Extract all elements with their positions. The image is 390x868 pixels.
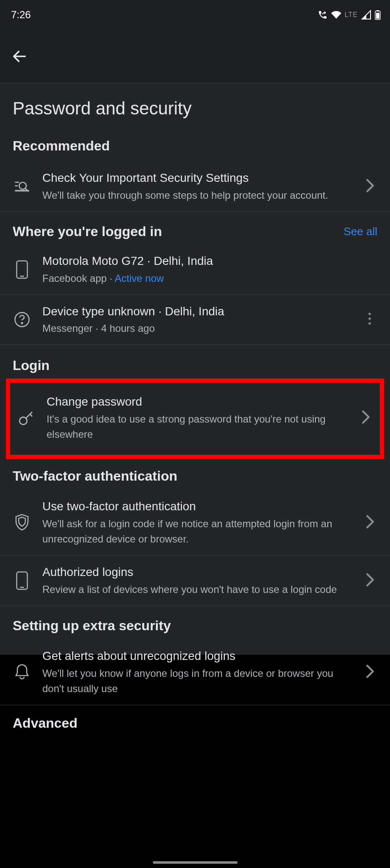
get-alerts-item[interactable]: Get alerts about unrecognized logins We'…: [0, 640, 390, 705]
chevron-right-icon: [361, 410, 371, 424]
highlight-annotation: Change password It's a good idea to use …: [6, 378, 384, 459]
chevron-right-icon: [365, 664, 375, 679]
device-title: Motorola Moto G72 · Delhi, India: [42, 253, 377, 269]
wifi-icon: [331, 10, 341, 20]
svg-rect-19: [17, 572, 27, 589]
back-button[interactable]: [9, 46, 30, 67]
checklist-search-icon: [14, 178, 30, 195]
section-logged-in-header: Where you're logged in: [13, 224, 162, 239]
lte-label: LTE: [345, 11, 358, 19]
item-subtitle: Review a list of devices where you won't…: [42, 582, 354, 597]
phone-icon: [15, 260, 29, 279]
more-vertical-icon: [368, 312, 371, 325]
question-circle-icon: [14, 311, 30, 328]
item-title: Change password: [47, 394, 350, 410]
see-all-link[interactable]: See all: [344, 225, 378, 238]
svg-point-15: [368, 323, 371, 325]
device-motorola-item[interactable]: Motorola Moto G72 · Delhi, India Faceboo…: [0, 245, 390, 295]
device-subtitle: Facebook app · Active now: [42, 271, 377, 286]
use-two-factor-item[interactable]: Use two-factor authentication We'll ask …: [0, 490, 390, 555]
device-subtitle: Messenger · 4 hours ago: [42, 321, 355, 336]
arrow-left-icon: [11, 48, 28, 65]
item-subtitle: It's a good idea to use a strong passwor…: [47, 412, 350, 442]
status-time: 7:26: [11, 9, 31, 21]
item-title: Check Your Important Security Settings: [42, 170, 354, 186]
section-recommended-header: Recommended: [0, 119, 390, 161]
svg-rect-1: [376, 13, 379, 19]
key-icon: [17, 409, 35, 427]
signal-icon: [361, 10, 371, 20]
svg-point-13: [368, 313, 371, 315]
svg-rect-9: [17, 261, 27, 278]
section-extra-security-header: Setting up extra security: [0, 606, 390, 640]
svg-rect-2: [376, 10, 379, 11]
device-unknown-item[interactable]: Device type unknown · Delhi, India Messe…: [0, 295, 390, 345]
device-title: Device type unknown · Delhi, India: [42, 303, 355, 320]
app-header: [0, 30, 390, 83]
svg-point-12: [22, 323, 23, 324]
status-icons: LTE: [318, 10, 381, 20]
battery-icon: [375, 10, 381, 20]
svg-point-14: [368, 318, 371, 320]
section-advanced-header: Advanced: [0, 705, 390, 733]
home-indicator[interactable]: [153, 861, 238, 864]
change-password-item[interactable]: Change password It's a good idea to use …: [10, 383, 380, 455]
svg-line-18: [30, 415, 32, 417]
chevron-right-icon: [365, 515, 375, 529]
shield-icon: [14, 513, 30, 532]
status-bar: 7:26 LTE: [0, 0, 390, 30]
authorized-logins-item[interactable]: Authorized logins Review a list of devic…: [0, 556, 390, 606]
item-subtitle: We'll let you know if anyone logs in fro…: [42, 666, 354, 696]
wifi-calling-icon: [318, 10, 328, 20]
page-title: Password and security: [0, 83, 390, 119]
item-subtitle: We'll take you through some steps to hel…: [42, 188, 354, 203]
svg-point-6: [19, 182, 26, 189]
section-logged-in-header-row: Where you're logged in See all: [0, 212, 390, 245]
check-security-settings-item[interactable]: Check Your Important Security Settings W…: [0, 161, 390, 211]
phone-icon: [15, 571, 29, 590]
chevron-right-icon: [365, 178, 375, 193]
section-login-header: Login: [0, 345, 390, 378]
item-title: Use two-factor authentication: [42, 498, 354, 515]
chevron-right-icon: [365, 573, 375, 587]
bell-icon: [14, 663, 30, 681]
item-subtitle: We'll ask for a login code if we notice …: [42, 516, 354, 547]
more-options-button[interactable]: [366, 311, 377, 328]
item-title: Get alerts about unrecognized logins: [42, 648, 354, 664]
item-title: Authorized logins: [42, 564, 354, 580]
section-two-factor-header: Two-factor authentication: [0, 459, 390, 490]
